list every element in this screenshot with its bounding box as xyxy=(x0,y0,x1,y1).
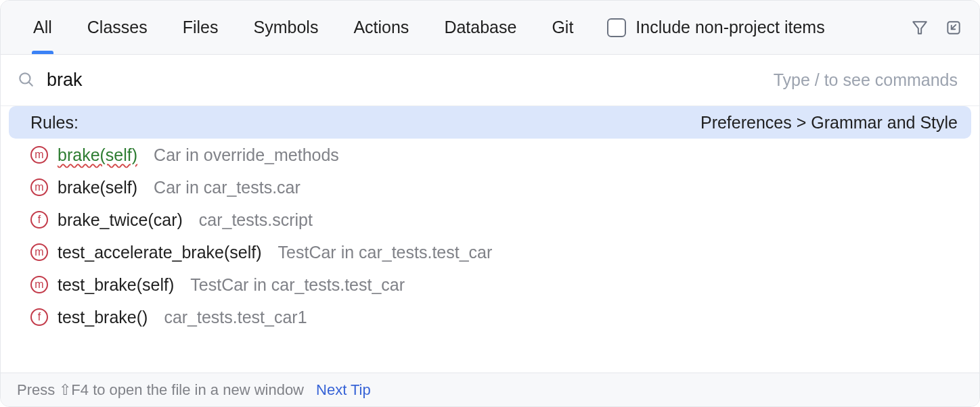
result-primary: test_accelerate_brake(self) xyxy=(58,243,262,262)
tab-symbols[interactable]: Symbols xyxy=(236,1,336,54)
result-row[interactable]: m test_brake(self) TestCar in car_tests.… xyxy=(1,268,979,301)
footer-bar: Press ⇧F4 to open the file in a new wind… xyxy=(1,373,979,406)
filter-icon[interactable] xyxy=(909,17,931,39)
result-row[interactable]: m brake(self) Car in car_tests.car xyxy=(1,171,979,204)
tab-label: Classes xyxy=(87,18,148,37)
result-secondary: car_tests.test_car1 xyxy=(164,308,307,327)
result-primary: brake_twice(car) xyxy=(58,210,183,230)
tab-label: Database xyxy=(444,18,516,37)
result-row[interactable]: m test_accelerate_brake(self) TestCar in… xyxy=(1,236,979,268)
next-tip-link[interactable]: Next Tip xyxy=(316,381,371,399)
result-primary: test_brake(self) xyxy=(58,275,174,295)
results-list: Rules: Preferences > Grammar and Style m… xyxy=(1,106,979,373)
method-icon: m xyxy=(30,276,48,293)
result-row[interactable]: f brake_twice(car) car_tests.script xyxy=(1,204,979,236)
checkbox-label: Include non-project items xyxy=(636,18,824,37)
svg-marker-0 xyxy=(913,22,927,33)
function-icon: f xyxy=(30,211,48,229)
search-icon xyxy=(17,70,35,91)
checkbox-box xyxy=(607,18,626,37)
result-primary: Rules: xyxy=(30,113,79,133)
open-in-window-icon[interactable] xyxy=(943,17,964,39)
tab-label: Files xyxy=(183,18,219,37)
tab-label: All xyxy=(33,18,52,37)
tab-label: Git xyxy=(552,18,573,37)
tab-label: Actions xyxy=(353,18,409,37)
tab-label: Symbols xyxy=(254,18,319,37)
tab-actions[interactable]: Actions xyxy=(336,1,426,54)
tab-all[interactable]: All xyxy=(16,1,70,54)
result-secondary: Car in override_methods xyxy=(154,145,339,165)
result-primary: brake(self) xyxy=(58,145,137,165)
method-icon: m xyxy=(30,178,48,196)
result-row[interactable]: m brake(self) Car in override_methods xyxy=(1,139,979,171)
search-input[interactable] xyxy=(47,70,774,91)
search-row: Type / to see commands xyxy=(1,55,979,106)
tab-git[interactable]: Git xyxy=(534,1,591,54)
method-icon: m xyxy=(30,146,48,164)
tab-files[interactable]: Files xyxy=(165,1,236,54)
search-hint: Type / to see commands xyxy=(774,70,963,90)
result-secondary: TestCar in car_tests.test_car xyxy=(190,275,405,295)
method-icon: m xyxy=(30,243,48,261)
include-nonproject-checkbox[interactable]: Include non-project items xyxy=(607,18,824,37)
result-secondary: Car in car_tests.car xyxy=(154,178,300,197)
result-secondary: TestCar in car_tests.test_car xyxy=(278,243,493,262)
result-primary: brake(self) xyxy=(58,178,137,197)
tab-database[interactable]: Database xyxy=(426,1,534,54)
result-primary: test_brake() xyxy=(58,308,148,327)
tab-classes[interactable]: Classes xyxy=(70,1,165,54)
result-row-selected[interactable]: Rules: Preferences > Grammar and Style xyxy=(9,106,971,139)
result-secondary: car_tests.script xyxy=(199,210,313,230)
svg-line-4 xyxy=(29,82,32,85)
result-row[interactable]: f test_brake() car_tests.test_car1 xyxy=(1,301,979,333)
function-icon: f xyxy=(30,308,48,326)
tabs-container: All Classes Files Symbols Actions Databa… xyxy=(16,1,591,54)
result-location: Preferences > Grammar and Style xyxy=(700,113,958,133)
tabs-bar: All Classes Files Symbols Actions Databa… xyxy=(1,1,979,55)
footer-tip: Press ⇧F4 to open the file in a new wind… xyxy=(17,381,304,399)
toolbar-right xyxy=(909,17,964,39)
search-everywhere-dialog: All Classes Files Symbols Actions Databa… xyxy=(0,0,980,407)
